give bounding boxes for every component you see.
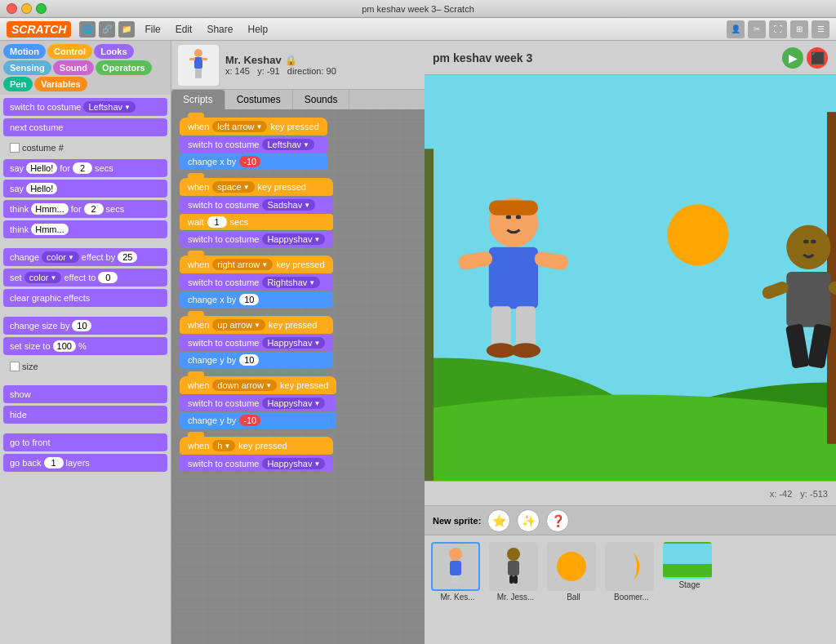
close-button[interactable] bbox=[7, 3, 17, 14]
block-costume-num[interactable]: costume # bbox=[3, 139, 167, 157]
minimize-button[interactable] bbox=[21, 3, 32, 14]
key-up-dropdown[interactable]: up arrow ▼ bbox=[212, 319, 265, 331]
stage-controls: ▶ ⬛ bbox=[782, 47, 828, 69]
tab-sounds[interactable]: Sounds bbox=[293, 90, 350, 109]
block-go-back[interactable]: go back 1 layers bbox=[3, 454, 167, 472]
paint-sprite-btn[interactable]: ⭐ bbox=[487, 509, 510, 532]
maximize-button[interactable] bbox=[36, 3, 47, 14]
hat-up-arrow[interactable]: when up arrow ▼ key pressed bbox=[180, 316, 333, 334]
block-think[interactable]: think Hmm... bbox=[3, 220, 167, 238]
cat-variables-btn[interactable]: Variables bbox=[34, 77, 87, 91]
key-space-dropdown[interactable]: space ▼ bbox=[212, 181, 254, 193]
menu-share[interactable]: Share bbox=[200, 22, 239, 37]
block-change-x-neg10[interactable]: change x by -10 bbox=[180, 153, 327, 170]
cat-looks-btn[interactable]: Looks bbox=[94, 44, 133, 59]
block-change-effect[interactable]: change color ▼ effect by 25 bbox=[3, 248, 167, 266]
scripts-area: Mr. Keshav 🔒 x: 145 y: -91 direction: 90… bbox=[171, 41, 425, 644]
happyshav2-dropdown[interactable]: Happyshav ▼ bbox=[262, 337, 325, 349]
checkbox-size[interactable] bbox=[10, 362, 20, 371]
block-size-check[interactable]: size bbox=[3, 358, 167, 375]
hat-left-arrow[interactable]: when left arrow ▼ key pressed bbox=[180, 118, 327, 135]
sprite-thumb-mr-jess[interactable]: Mr. Jess... bbox=[489, 542, 542, 602]
folder-icon[interactable]: 📁 bbox=[118, 21, 135, 38]
cat-motion-btn[interactable]: Motion bbox=[3, 44, 46, 59]
tab-scripts[interactable]: Scripts bbox=[171, 90, 225, 109]
green-flag-btn[interactable]: ▶ bbox=[782, 47, 803, 69]
icon-person[interactable]: 👤 bbox=[727, 20, 745, 38]
happyshav4-dropdown[interactable]: Happyshav ▼ bbox=[262, 458, 325, 469]
stamp-sprite-btn[interactable]: ✨ bbox=[517, 509, 540, 532]
block-clear-effects[interactable]: clear graphic effects bbox=[3, 289, 167, 307]
cat-sensing-btn[interactable]: Sensing bbox=[3, 60, 51, 75]
block-wait-1[interactable]: wait 1 secs bbox=[180, 214, 333, 230]
sadshav-dropdown[interactable]: Sadshav ▼ bbox=[262, 199, 315, 211]
key-right-dropdown[interactable]: right arrow ▼ bbox=[212, 259, 273, 270]
block-say-for[interactable]: say Hello! for 2 secs bbox=[3, 159, 167, 177]
hat-down-arrow[interactable]: when down arrow ▼ key pressed bbox=[180, 376, 336, 394]
sprite-thumb-mr-keshav[interactable]: Mr. Kes... bbox=[431, 542, 484, 602]
happyshav3-dropdown[interactable]: Happyshav ▼ bbox=[262, 398, 325, 409]
key-left-dropdown[interactable]: left arrow ▼ bbox=[212, 121, 267, 132]
icon-cursor[interactable]: ✂ bbox=[748, 20, 766, 38]
menu-file[interactable]: File bbox=[138, 22, 167, 37]
hat-space[interactable]: when space ▼ key pressed bbox=[180, 178, 333, 196]
block-change-y-neg10[interactable]: change y by -10 bbox=[180, 412, 336, 429]
checkbox-costume[interactable] bbox=[10, 143, 20, 153]
icon-fullscreen[interactable]: ⛶ bbox=[769, 20, 787, 38]
menu-edit[interactable]: Edit bbox=[169, 22, 199, 37]
leftshav-dropdown[interactable]: Leftshav ▼ bbox=[262, 139, 314, 150]
lock-icon[interactable]: 🔒 bbox=[285, 55, 297, 66]
block-think-for[interactable]: think Hmm... for 2 secs bbox=[3, 200, 167, 218]
block-go-front[interactable]: go to front bbox=[3, 433, 167, 451]
rightshav-dropdown[interactable]: Rightshav ▼ bbox=[262, 277, 320, 288]
tab-costumes[interactable]: Costumes bbox=[225, 90, 293, 109]
key-h-dropdown[interactable]: h ▼ bbox=[212, 440, 235, 451]
globe-icon[interactable]: 🌐 bbox=[79, 21, 96, 38]
cat-sound-btn[interactable]: Sound bbox=[53, 60, 94, 75]
costume-dropdown[interactable]: Leftshav ▼ bbox=[83, 101, 136, 113]
chain-icon[interactable]: 🔗 bbox=[99, 21, 115, 38]
svg-rect-1 bbox=[194, 57, 202, 69]
block-switch-leftshav[interactable]: switch to costume Leftshav ▼ bbox=[180, 136, 327, 153]
block-say[interactable]: say Hello! bbox=[3, 180, 167, 198]
random-sprite-btn[interactable]: ❓ bbox=[546, 509, 569, 532]
block-switch-costume[interactable]: switch to costume Leftshav ▼ bbox=[3, 98, 167, 116]
svg-point-25 bbox=[786, 225, 830, 269]
block-switch-sadshav[interactable]: switch to costume Sadshav ▼ bbox=[180, 197, 333, 213]
key-down-dropdown[interactable]: down arrow ▼ bbox=[212, 380, 277, 391]
block-change-x-10[interactable]: change x by 10 bbox=[180, 291, 333, 308]
menu-help[interactable]: Help bbox=[241, 22, 274, 37]
block-show[interactable]: show bbox=[3, 385, 167, 403]
block-set-size[interactable]: set size to 100 % bbox=[3, 337, 167, 355]
cat-pen-btn[interactable]: Pen bbox=[3, 77, 33, 91]
block-switch-happyshav3[interactable]: switch to costume Happyshav ▼ bbox=[180, 395, 336, 411]
effect-dropdown[interactable]: color ▼ bbox=[42, 251, 79, 263]
block-switch-happyshav1[interactable]: switch to costume Happyshav ▼ bbox=[180, 231, 333, 247]
scratch-logo: SCRATCH bbox=[7, 21, 71, 38]
block-change-size[interactable]: change size by 10 bbox=[3, 317, 167, 335]
icon-menu[interactable]: ☰ bbox=[812, 20, 829, 38]
set-effect-dropdown[interactable]: color ▼ bbox=[24, 272, 62, 283]
block-switch-rightshav[interactable]: switch to costume Rightshav ▼ bbox=[180, 274, 333, 291]
cat-control-btn[interactable]: Control bbox=[47, 44, 92, 59]
sprite-thumb-boomer[interactable]: Boomer... bbox=[605, 542, 658, 602]
sprite-thumb-ball[interactable]: Ball bbox=[547, 542, 600, 602]
block-set-effect[interactable]: set color ▼ effect to 0 bbox=[3, 269, 167, 286]
stage-thumb[interactable]: Stage bbox=[663, 542, 716, 589]
cat-operators-btn[interactable]: Operators bbox=[96, 60, 152, 75]
svg-point-13 bbox=[667, 204, 728, 265]
svg-rect-11 bbox=[425, 149, 434, 481]
stop-btn[interactable]: ⬛ bbox=[807, 47, 828, 69]
hat-right-arrow[interactable]: when right arrow ▼ key pressed bbox=[180, 255, 333, 273]
happyshav1-dropdown[interactable]: Happyshav ▼ bbox=[262, 233, 325, 245]
blocks-palette: Motion Control Looks Sensing Sound Opera… bbox=[0, 41, 171, 644]
hat-h-key[interactable]: when h ▼ key pressed bbox=[180, 437, 333, 455]
block-hide[interactable]: hide bbox=[3, 406, 167, 424]
icon-grid[interactable]: ⊞ bbox=[790, 20, 808, 38]
svg-rect-19 bbox=[491, 306, 511, 349]
block-switch-happyshav4[interactable]: switch to costume Happyshav ▼ bbox=[180, 455, 333, 472]
block-change-y-10[interactable]: change y by 10 bbox=[180, 352, 333, 368]
sprites-header: New sprite: ⭐ ✨ ❓ bbox=[425, 506, 836, 535]
block-next-costume[interactable]: next costume bbox=[3, 118, 167, 136]
block-switch-happyshav2[interactable]: switch to costume Happyshav ▼ bbox=[180, 335, 333, 351]
